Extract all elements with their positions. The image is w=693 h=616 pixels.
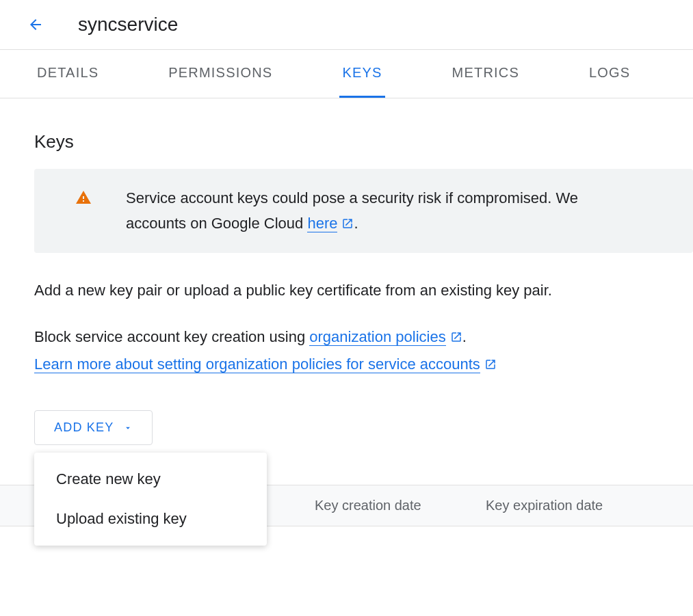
block-text: Block service account key creation using… bbox=[34, 323, 693, 377]
section-title: Keys bbox=[34, 131, 693, 152]
page-title: syncservice bbox=[78, 14, 178, 36]
external-link-icon bbox=[484, 358, 497, 371]
block-prefix: Block service account key creation using bbox=[34, 328, 309, 345]
warning-here-link[interactable]: here bbox=[307, 215, 337, 232]
warning-icon bbox=[75, 189, 92, 209]
external-link-icon bbox=[450, 331, 462, 343]
menu-upload-existing-key[interactable]: Upload existing key bbox=[34, 499, 267, 539]
table-col-creation: Key creation date bbox=[315, 485, 486, 526]
chevron-down-icon bbox=[123, 423, 133, 433]
table-col-expiration: Key expiration date bbox=[486, 485, 657, 526]
tabs: DETAILS PERMISSIONS KEYS METRICS LOGS bbox=[0, 50, 693, 98]
warning-line1: Service account keys could pose a securi… bbox=[126, 189, 578, 206]
add-key-dropdown: Create new key Upload existing key bbox=[34, 453, 267, 546]
warning-text: Service account keys could pose a securi… bbox=[126, 185, 578, 237]
content: Keys Service account keys could pose a s… bbox=[0, 98, 693, 526]
org-policies-link[interactable]: organization policies bbox=[309, 328, 445, 346]
back-arrow-icon[interactable] bbox=[27, 16, 44, 33]
warning-line2: accounts on Google Cloud bbox=[126, 215, 307, 232]
menu-create-new-key[interactable]: Create new key bbox=[34, 459, 267, 499]
description: Add a new key pair or upload a public ke… bbox=[34, 278, 693, 303]
tab-details[interactable]: DETAILS bbox=[34, 50, 101, 98]
header: syncservice bbox=[0, 0, 693, 50]
learn-more-link[interactable]: Learn more about setting organization po… bbox=[34, 356, 480, 373]
add-key-label: ADD KEY bbox=[54, 420, 114, 435]
block-suffix1: . bbox=[462, 328, 467, 345]
external-link-icon bbox=[341, 217, 354, 230]
warning-box: Service account keys could pose a securi… bbox=[34, 169, 693, 253]
tab-permissions[interactable]: PERMISSIONS bbox=[166, 50, 275, 98]
tab-metrics[interactable]: METRICS bbox=[449, 50, 522, 98]
tab-logs[interactable]: LOGS bbox=[586, 50, 633, 98]
add-key-button[interactable]: ADD KEY bbox=[34, 410, 153, 445]
add-key-wrapper: ADD KEY Create new key Upload existing k… bbox=[34, 410, 153, 445]
tab-keys[interactable]: KEYS bbox=[339, 50, 384, 98]
